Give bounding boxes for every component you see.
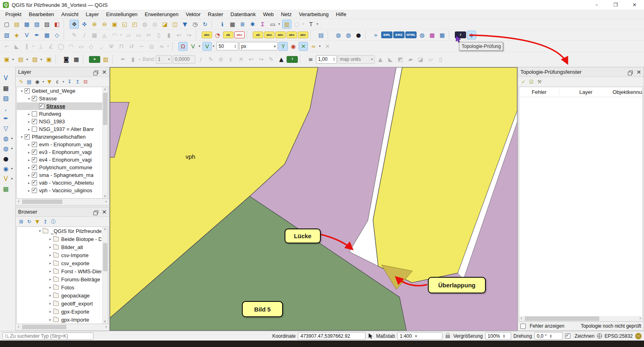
add-vector-tile-layer-icon[interactable]: V [1, 174, 11, 184]
layer-diagram-icon[interactable]: ◔ [213, 31, 222, 39]
deselect-features-icon[interactable]: ▧ [30, 55, 39, 64]
expand-icon[interactable]: ▾ [19, 135, 25, 139]
browser-tree-hscrollbar[interactable] [17, 324, 108, 330]
configure-topology-icon[interactable]: ⚒ [536, 78, 543, 86]
rail-dropdown[interactable]: ▾ [11, 167, 15, 170]
expand-icon[interactable]: ▸ [47, 261, 53, 265]
rotation-spinbox[interactable]: 0,0 ° [535, 332, 563, 340]
layer-tree-row[interactable]: ▸ evm - Eriophorum_vag [17, 141, 108, 148]
layer-checkbox[interactable] [32, 157, 37, 162]
select-features-dropdown[interactable]: ▾ [11, 55, 15, 64]
zoom-to-layer-icon[interactable]: ◰ [130, 20, 139, 29]
layer-tree-row[interactable]: ▾ Gebiet_und_Wege [17, 87, 108, 95]
rail-dropdown[interactable]: ▾ [11, 147, 15, 150]
collapse-all-icon[interactable]: ↥ [74, 78, 81, 86]
expand-all-icon[interactable]: ↧ [66, 78, 73, 86]
layer-tree-row[interactable]: ▾ Pflanzengesellschaften [17, 133, 108, 141]
move-label-icon[interactable]: abc [275, 31, 286, 38]
float-panel-icon[interactable] [95, 71, 98, 74]
expand-icon[interactable]: ▸ [26, 150, 32, 154]
float-panel-icon[interactable] [629, 71, 633, 74]
temporal-controller-icon[interactable]: ◷ [190, 20, 200, 29]
scroll-thumb[interactable] [103, 93, 107, 125]
browser-tree-row[interactable]: ▸ gpx-Importe [17, 316, 108, 324]
properties-info-icon[interactable]: ⓘ [50, 218, 57, 226]
snap-type-dropdown[interactable]: ▾ [211, 42, 216, 51]
browser-tree-vscrollbar[interactable] [102, 227, 108, 324]
column-header[interactable]: Layer [559, 89, 613, 95]
menu-item[interactable]: Hilfe [332, 10, 350, 18]
grid-add-icon[interactable]: ▦ [438, 31, 447, 39]
expand-icon[interactable]: ▸ [47, 301, 53, 305]
snap-type-icon[interactable]: V [202, 42, 212, 51]
new-gpx-layer-icon[interactable]: ▦ [1, 184, 11, 194]
layer-checkbox[interactable] [39, 104, 44, 109]
globe-add-icon[interactable]: ◍ [417, 31, 427, 39]
tracing-icon[interactable]: ≈ [309, 42, 318, 51]
scroll-thumb[interactable] [22, 325, 66, 329]
scroll-thumb[interactable] [525, 316, 599, 321]
layer-checkbox[interactable] [32, 180, 37, 185]
expand-icon[interactable]: ▸ [47, 293, 53, 297]
browser-tree-row[interactable]: ▸ geotiff_export [17, 299, 108, 308]
help-contents-icon[interactable]: ? [455, 31, 466, 38]
show-errors-checkbox[interactable] [520, 324, 526, 329]
column-header[interactable]: Fehler [519, 89, 559, 95]
layer-checkbox[interactable] [32, 188, 37, 193]
measure-dropdown[interactable]: ▾ [277, 20, 281, 29]
menu-item[interactable]: Erweiterungen [141, 10, 182, 18]
expand-icon[interactable]: ▸ [26, 143, 32, 147]
browser-tree-row[interactable]: ▸ gpx-Exporte [17, 308, 108, 316]
kml-export-icon[interactable]: KML [381, 31, 392, 38]
layer-tree-row[interactable]: ▸ ev3 - Eriophorum_vagi [17, 148, 108, 156]
rotate-label-icon[interactable]: abc [287, 31, 297, 38]
new-memory-layer-icon[interactable]: ▦ [42, 31, 52, 39]
open-project-icon[interactable]: ▤ [12, 20, 21, 29]
identify-features-icon[interactable]: ℹ [218, 20, 227, 29]
expand-icon[interactable]: ▸ [47, 269, 53, 273]
menu-item[interactable]: Layer [82, 10, 103, 18]
coordinate-extent-toggle-icon[interactable] [368, 333, 374, 339]
topology-checker-icon[interactable]: ◈ [467, 31, 476, 39]
pan-to-selection-icon[interactable]: ✜ [80, 20, 89, 29]
kmz-export-icon[interactable]: KMZ [393, 31, 405, 38]
text-annotation-icon[interactable]: T [306, 20, 316, 29]
expand-icon[interactable]: ▸ [47, 253, 53, 257]
add-selected-layers-icon[interactable]: ⊞ [17, 218, 25, 226]
close-panel-icon[interactable]: ✕ [102, 209, 107, 215]
messages-icon[interactable]: ··· [635, 333, 642, 339]
layer-checkbox[interactable] [32, 172, 37, 178]
browser-tree-row[interactable]: ▸ Fotos [17, 283, 108, 291]
new-shapefile-layer-icon[interactable]: V [22, 31, 31, 39]
change-label-icon[interactable]: abc [298, 31, 308, 38]
select-by-value-dropdown[interactable]: ▾ [25, 55, 29, 64]
filter-legend-icon[interactable]: ▼ [45, 78, 53, 86]
maximize-button[interactable]: ❐ [606, 0, 625, 10]
no-labels-icon[interactable]: abc [234, 31, 245, 38]
float-panel-icon[interactable] [95, 210, 98, 214]
new-spatialite-layer-icon[interactable]: ✒ [1, 114, 11, 123]
close-button[interactable]: ✕ [625, 0, 644, 10]
expand-icon[interactable]: ▸ [26, 181, 32, 185]
expand-icon[interactable]: ▸ [26, 166, 32, 170]
avoid-overlap-icon[interactable]: ✕ [299, 42, 308, 51]
new-mesh-layer-icon[interactable]: ▨ [1, 94, 11, 103]
new-spatial-bookmark-icon[interactable]: ◪ [160, 20, 169, 29]
data-source-manager-icon[interactable]: ▧ [2, 31, 11, 39]
add-wfs-layer-icon[interactable]: ◉ [1, 164, 11, 174]
crs-globe-icon[interactable] [597, 333, 602, 339]
layer-tree-row[interactable]: ▸ sma - Sphagnetum_ma [17, 171, 108, 179]
search-input[interactable] [10, 333, 91, 339]
line-width-icon[interactable]: ≡ [306, 55, 315, 64]
snap-tolerance-input[interactable]: 50 [217, 42, 238, 50]
manage-map-themes-icon[interactable]: ◉ [33, 78, 41, 86]
browser-tree-row[interactable]: ▸ Forums-Beiträge [17, 275, 108, 283]
expand-icon[interactable]: ▸ [47, 237, 53, 241]
map-shot-camera-icon[interactable]: ◙ [62, 55, 71, 64]
zoom-in-icon[interactable]: ⊕ [90, 20, 99, 29]
metasearch-icon[interactable]: ◍ [334, 31, 343, 39]
expand-icon[interactable]: ▸ [47, 318, 53, 322]
db-manager-icon[interactable]: ▤ [316, 31, 326, 39]
snapping-mode-dropdown[interactable]: ▾ [197, 42, 202, 51]
tracing-dropdown[interactable]: ▾ [318, 42, 322, 51]
